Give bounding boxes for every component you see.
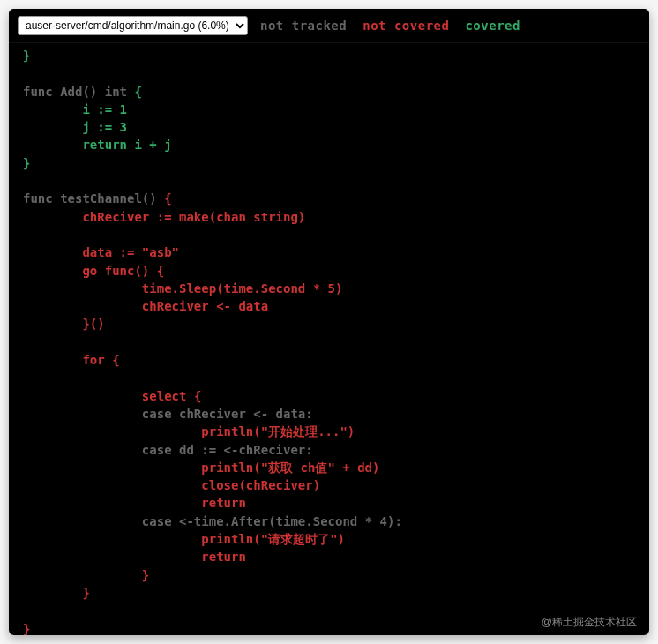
code-line: select xyxy=(23,389,194,403)
code-line: println("请求超时了") xyxy=(23,532,345,546)
code-line: go func() xyxy=(23,264,157,278)
code-line: chReciver <- data xyxy=(23,299,268,313)
legend-covered: covered xyxy=(465,19,520,33)
code-line: for xyxy=(23,353,112,367)
code-line: i := 1 xyxy=(23,102,127,116)
code-line: println("获取 ch值" + dd) xyxy=(23,461,379,475)
code-line: case <-time.After(time.Second * 4): xyxy=(23,514,402,528)
coverage-window: auser-server/cmd/algorithm/main.go (6.0%… xyxy=(9,9,649,635)
watermark: @稀土掘金技术社区 xyxy=(542,615,637,630)
header-bar: auser-server/cmd/algorithm/main.go (6.0%… xyxy=(9,9,649,43)
code-line: return xyxy=(23,550,246,564)
legend: not tracked not covered covered xyxy=(260,19,520,33)
code-line: } xyxy=(23,622,30,636)
code-line: return xyxy=(23,496,246,510)
code-line: j := 3 xyxy=(23,120,127,134)
code-line: } xyxy=(23,156,30,170)
legend-not-covered: not covered xyxy=(363,19,449,33)
legend-not-tracked: not tracked xyxy=(260,19,347,33)
code-line: func Add() int xyxy=(23,85,134,99)
code-line: data := "asb" xyxy=(23,245,179,259)
code-line: println("开始处理...") xyxy=(23,424,355,438)
code-line: close(chReciver) xyxy=(23,478,320,492)
code-line: case chReciver <- data: xyxy=(23,407,313,421)
code-line: } xyxy=(23,49,30,63)
code-line: }() xyxy=(23,317,105,331)
code-line: } xyxy=(23,568,149,582)
code-line: func testChannel() xyxy=(23,191,164,206)
code-line: } xyxy=(23,586,90,600)
code-line: case dd := <-chReciver: xyxy=(23,443,313,457)
code-area: } func Add() int { i := 1 j := 3 return … xyxy=(9,43,649,635)
file-select[interactable]: auser-server/cmd/algorithm/main.go (6.0%… xyxy=(18,16,248,35)
code-line: time.Sleep(time.Second * 5) xyxy=(23,281,342,296)
code-line: return i + j xyxy=(23,138,172,152)
code-line: chReciver := make(chan string) xyxy=(23,210,305,224)
